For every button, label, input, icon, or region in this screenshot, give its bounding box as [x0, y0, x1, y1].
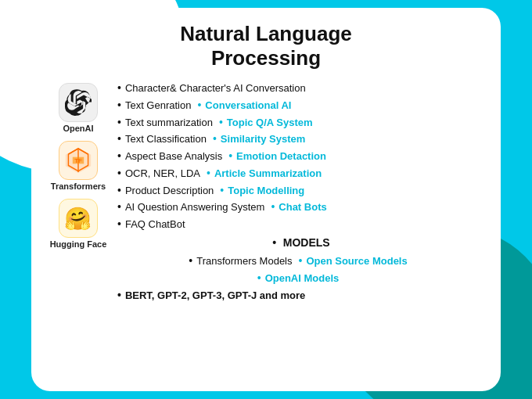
bullet-item-7: • Product Description	[117, 182, 214, 200]
bullet-row-1: • Character& Character's AI Conversation	[117, 80, 485, 97]
bullet-item-r2: • Topic Q/A System	[219, 114, 313, 131]
bullet-item-r6: • Topic Modelling	[220, 182, 304, 200]
bullet-row-5: • Aspect Base Analysis • Emotion Detacti…	[117, 148, 485, 165]
bullet-item-r1: • Conversational AI	[197, 97, 291, 114]
hf-icon: 🤗	[64, 206, 92, 232]
openai-icon-bg	[59, 83, 98, 122]
bullet-item-8: • AI Question Answering System	[117, 199, 264, 216]
hf-icon-bg: 🤗	[59, 199, 98, 238]
huggingface-logo-item: 🤗 Hugging Face	[50, 199, 107, 249]
openai-logo-item: OpenAI	[59, 83, 98, 133]
models-section: • MODELS • Transformers Models • Open So…	[117, 235, 485, 304]
tf-icon: TF	[64, 146, 92, 174]
bullet-item-r7: • Chat Bots	[271, 199, 326, 216]
bullet-item-r4: • Emotion Detaction	[228, 148, 326, 165]
bullet-row-4: • Text Classification • Similarity Syste…	[117, 131, 485, 148]
models-item-2: • Open Source Models	[299, 253, 408, 270]
content-area: OpenAI TF	[47, 80, 485, 380]
bullet-item-r3: • Similarity System	[213, 131, 305, 148]
bullet-item-1: • Character& Character's AI Conversation	[117, 80, 306, 97]
page-title: Natural Language Processing	[47, 22, 485, 70]
bullet-item-6: • OCR, NER, LDA	[117, 165, 200, 182]
bullet-row-8: • AI Question Answering System • Chat Bo…	[117, 199, 485, 216]
bullet-item-r5: • Article Summarization	[207, 165, 322, 182]
bullet-row-3: • Text summarization • Topic Q/A System	[117, 114, 485, 131]
models-label: MODELS	[283, 236, 330, 249]
models-row-1: • Transformers Models • Open Source Mode…	[117, 253, 485, 270]
bullet-item-5: • Aspect Base Analysis	[117, 148, 222, 165]
logos-column: OpenAI TF	[47, 80, 110, 380]
bullet-item-2: • Text Genration	[117, 97, 191, 114]
bullet-item-4: • Text Classification	[117, 131, 207, 148]
bullets-column: • Character& Character's AI Conversation…	[117, 80, 485, 380]
models-item-1: • Transformers Models	[189, 253, 292, 270]
bullet-item-9: • FAQ ChatBot	[117, 216, 185, 233]
transformers-label: Transformers	[51, 182, 106, 191]
bullet-item-3: • Text summarization	[117, 114, 213, 131]
bullet-row-9: • FAQ ChatBot	[117, 216, 485, 233]
background: Natural Language Processing OpenAI	[0, 0, 532, 399]
svg-text:TF: TF	[74, 157, 82, 164]
openai-icon	[65, 89, 92, 116]
openai-label: OpenAI	[63, 124, 93, 133]
main-card: Natural Language Processing OpenAI	[31, 8, 501, 391]
bottom-bold-item: • BERT, GPT-2, GPT-3, GPT-J and more	[117, 287, 305, 304]
models-item-3: • OpenAI Models	[257, 270, 340, 287]
bottom-bold-row: • BERT, GPT-2, GPT-3, GPT-J and more	[117, 287, 485, 304]
huggingface-label: Hugging Face	[50, 239, 107, 249]
tf-icon-bg: TF	[59, 141, 98, 180]
bullet-row-2: • Text Genration • Conversational AI	[117, 97, 485, 114]
models-row-2: • OpenAI Models	[117, 270, 485, 287]
transformers-logo-item: TF Transformers	[51, 141, 106, 191]
bullet-row-6: • OCR, NER, LDA • Article Summarization	[117, 165, 485, 182]
bullet-row-7: • Product Description • Topic Modelling	[117, 182, 485, 200]
